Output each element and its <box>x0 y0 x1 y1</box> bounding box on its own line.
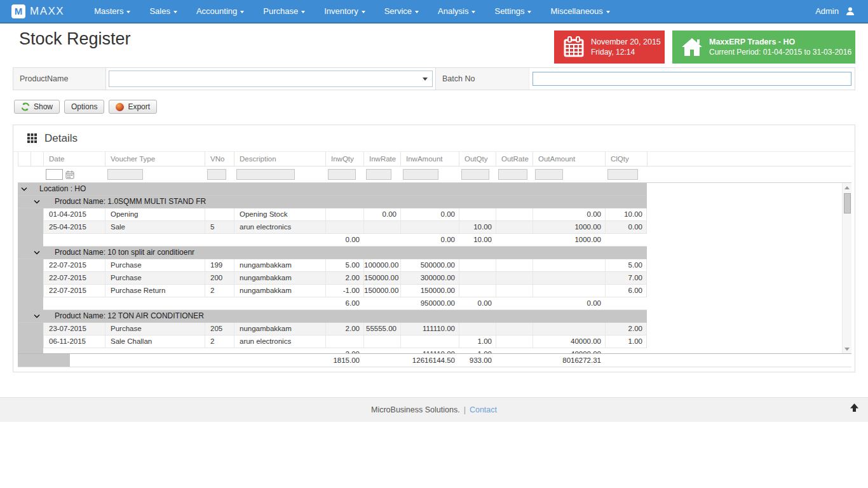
cell-inwAmt: 111110.00 <box>400 323 459 336</box>
group-gutter <box>18 323 31 336</box>
product-name-select[interactable] <box>109 71 433 87</box>
scrollbar-down-button[interactable] <box>843 344 851 353</box>
cell-desc <box>234 234 325 247</box>
nav-item-purchase[interactable]: Purchase <box>254 0 315 23</box>
nav-item-analysis[interactable]: Analysis <box>428 0 485 23</box>
nav-item-miscellaneous[interactable]: Miscellaneous <box>541 0 619 23</box>
filter-outrate-input[interactable] <box>498 169 527 180</box>
col-header-inwamount[interactable]: InwAmount <box>400 152 459 166</box>
nav-item-label: Accounting <box>196 6 237 16</box>
cell-vno <box>205 234 234 247</box>
vertical-scrollbar[interactable] <box>842 183 851 353</box>
cell-desc: Opening Stock <box>234 208 325 221</box>
filter-outqty-input[interactable] <box>461 169 489 180</box>
filter-outamount-input[interactable] <box>535 169 563 180</box>
col-header-outamount[interactable]: OutAmount <box>532 152 605 166</box>
user-menu[interactable]: Admin <box>815 6 868 17</box>
grand-total-outqty: 933.00 <box>428 354 492 367</box>
collapse-chevron-icon[interactable] <box>31 310 43 322</box>
scroll-to-top-button[interactable] <box>850 403 859 414</box>
grid-rows: Location : HOProduct Name: 1.0SQMM MULTI… <box>18 183 851 353</box>
collapse-chevron-icon[interactable] <box>18 183 31 195</box>
group-row-level-1: Location : HO <box>18 183 647 196</box>
col-header-outrate[interactable]: OutRate <box>496 152 532 166</box>
col-header-outqty[interactable]: OutQty <box>459 152 496 166</box>
show-button[interactable]: Show <box>14 100 60 114</box>
cell-inwQty: 2.00 <box>325 348 363 353</box>
collapse-chevron-icon[interactable] <box>31 196 43 208</box>
batch-no-input[interactable] <box>532 72 851 86</box>
export-button[interactable]: Export <box>109 100 157 114</box>
cell-voucher: Sale Challan <box>105 336 205 348</box>
header-filler <box>647 152 851 166</box>
group-gutter <box>18 234 31 247</box>
caret-down-icon <box>126 11 130 13</box>
cell-outRate <box>496 348 532 353</box>
logo-letter: M <box>15 6 23 17</box>
cell-outQty: 10.00 <box>459 234 496 247</box>
options-button[interactable]: Options <box>64 100 104 114</box>
export-button-label: Export <box>128 102 150 111</box>
cell-vno: 5 <box>205 221 234 234</box>
header-indent-cell <box>18 152 31 166</box>
col-header-voucher-type[interactable]: Voucher Type <box>105 152 205 166</box>
filter-clqty-input[interactable] <box>607 169 638 180</box>
nav-item-masters[interactable]: Masters <box>85 0 140 23</box>
cell-clQty: 1.00 <box>605 336 647 348</box>
cell-outAmt: 1000.00 <box>532 221 605 234</box>
group-gutter <box>31 234 43 247</box>
nav-item-sales[interactable]: Sales <box>140 0 187 23</box>
col-header-inwqty[interactable]: InwQty <box>325 152 363 166</box>
cell-clQty: 5.00 <box>605 259 647 272</box>
nav-item-inventory[interactable]: Inventory <box>315 0 374 23</box>
nav-item-accounting[interactable]: Accounting <box>187 0 254 23</box>
filter-inwqty-input[interactable] <box>328 169 356 180</box>
cell-outQty <box>459 272 496 285</box>
col-header-vno[interactable]: VNo <box>205 152 234 166</box>
cell-outAmt <box>532 272 605 285</box>
cell-outQty: 1.00 <box>459 348 496 353</box>
group-gutter <box>31 323 43 336</box>
cell-date: 23-07-2015 <box>43 323 105 336</box>
col-header-date[interactable]: Date <box>43 152 105 166</box>
nav-item-settings[interactable]: Settings <box>485 0 541 23</box>
filter-voucher-type-input[interactable] <box>107 169 143 180</box>
cell-inwQty <box>325 221 363 234</box>
cell-inwRate: 150000.00 <box>363 285 400 297</box>
filter-inwrate-input[interactable] <box>366 169 391 180</box>
nav-item-label: Purchase <box>263 6 298 16</box>
caret-down-icon <box>301 11 305 13</box>
filter-date-calendar-icon[interactable] <box>65 170 74 179</box>
product-name-label: ProductName <box>13 68 106 90</box>
cell-inwQty: 6.00 <box>325 297 363 310</box>
collapse-chevron-icon[interactable] <box>31 247 43 259</box>
filter-date-input[interactable] <box>46 169 63 180</box>
caret-down-icon <box>362 11 365 13</box>
table-row: 01-04-2015OpeningOpening Stock0.000.000.… <box>18 208 647 221</box>
cell-voucher: Purchase Return <box>105 285 205 297</box>
filter-vno-input[interactable] <box>207 169 226 180</box>
product-select-wrap <box>106 68 435 90</box>
group-label: Location : HO <box>31 183 647 195</box>
col-header-description[interactable]: Description <box>234 152 325 166</box>
contact-link[interactable]: Contact <box>470 405 497 414</box>
batch-no-label: Batch No <box>435 68 529 90</box>
grand-total-gutter <box>18 354 70 367</box>
col-header-clqty[interactable]: ClQty <box>605 152 647 166</box>
group-row-level-2: Product Name: 10 ton split air conditioe… <box>18 247 647 259</box>
batch-input-wrap <box>529 68 855 90</box>
up-arrow-icon <box>850 403 859 412</box>
cell-inwQty: -1.00 <box>325 285 363 297</box>
filter-description-input[interactable] <box>236 169 295 180</box>
scrollbar-thumb[interactable] <box>844 193 851 214</box>
triangle-down-icon <box>844 348 850 351</box>
filter-inwamount-input[interactable] <box>403 169 438 180</box>
cell-vno <box>205 297 234 310</box>
col-header-inwrate[interactable]: InwRate <box>363 152 400 166</box>
nav-item-service[interactable]: Service <box>375 0 428 23</box>
scrollbar-up-button[interactable] <box>843 183 851 192</box>
cell-outQty: 1.00 <box>459 336 496 348</box>
cell-inwQty: 5.00 <box>325 259 363 272</box>
group-label: Product Name: 12 TON AIR CONDITIONER <box>43 310 647 322</box>
app-logo[interactable]: M MAXX <box>11 4 64 18</box>
